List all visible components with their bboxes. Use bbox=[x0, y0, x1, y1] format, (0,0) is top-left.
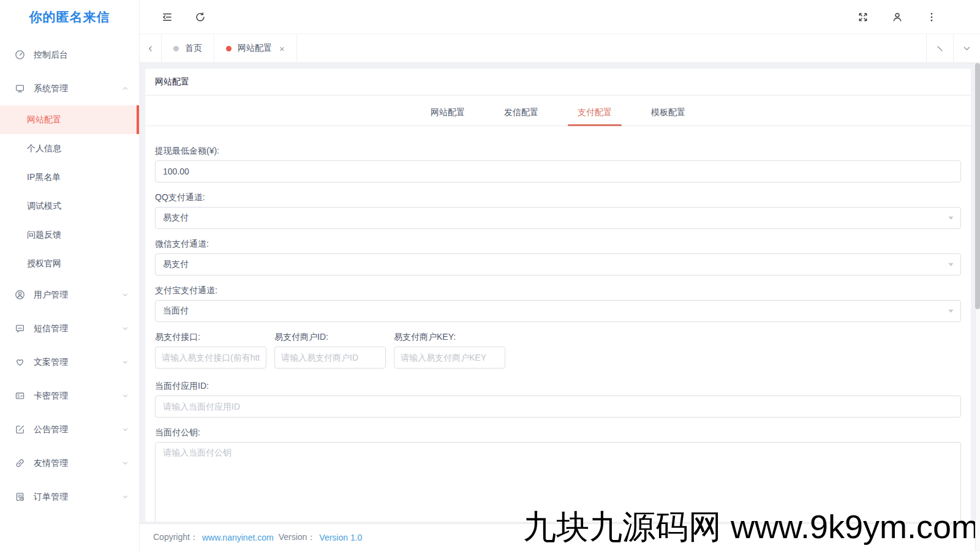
menu-fold-icon[interactable] bbox=[162, 12, 173, 23]
epay-merchant-id-input[interactable] bbox=[274, 347, 386, 369]
card-title: 网站配置 bbox=[145, 69, 971, 96]
edit-icon bbox=[15, 424, 25, 435]
sidebar-item-label: 系统管理 bbox=[34, 83, 121, 94]
tab-home[interactable]: 首页 bbox=[162, 34, 214, 62]
more-kebab-icon[interactable] bbox=[926, 12, 937, 23]
tab-label: 网站配置 bbox=[238, 43, 272, 54]
sidebar-item-users[interactable]: 用户管理 bbox=[0, 278, 139, 312]
version-label: Version： bbox=[279, 532, 316, 543]
epay-merchant-id-label: 易支付商户ID: bbox=[274, 331, 386, 343]
epay-merchant-key-input[interactable] bbox=[394, 347, 505, 369]
chevron-down-icon bbox=[121, 291, 129, 299]
sidebar-item-profile[interactable]: 个人信息 bbox=[0, 134, 139, 163]
sidebar-item-site-config[interactable]: 网站配置 bbox=[0, 105, 139, 134]
f2f-app-id-input[interactable] bbox=[155, 395, 961, 418]
tabs-scroll-right-button[interactable] bbox=[926, 34, 953, 62]
fullscreen-icon[interactable] bbox=[858, 12, 869, 23]
tab-mail-config[interactable]: 发信配置 bbox=[494, 101, 548, 126]
selected-value: 易支付 bbox=[163, 212, 189, 223]
sidebar-item-dashboard[interactable]: 控制后台 bbox=[0, 38, 139, 72]
chevron-down-icon bbox=[121, 392, 129, 400]
tab-site-config[interactable]: 网站配置 × bbox=[214, 34, 297, 62]
tabbar-right-controls bbox=[926, 34, 980, 62]
sidebar-item-announcements[interactable]: 公告管理 bbox=[0, 413, 139, 446]
sidebar-item-label: 公告管理 bbox=[34, 424, 121, 435]
submenu-item-label: 调试模式 bbox=[27, 201, 61, 212]
tab-payment-config[interactable]: 支付配置 bbox=[568, 101, 622, 126]
f2f-public-key-label: 当面付公钥: bbox=[155, 426, 961, 438]
link-icon bbox=[15, 458, 25, 468]
withdraw-min-label: 提现最低金额(¥): bbox=[155, 144, 961, 157]
tab-template-config[interactable]: 模板配置 bbox=[641, 101, 695, 126]
close-icon[interactable]: × bbox=[279, 44, 285, 53]
message-icon bbox=[15, 323, 25, 334]
dashboard-icon bbox=[15, 50, 25, 60]
sidebar-item-label: 卡密管理 bbox=[34, 391, 121, 402]
sidebar-item-official-site[interactable]: 授权官网 bbox=[0, 249, 139, 278]
chevron-down-icon bbox=[121, 459, 129, 467]
header-actions bbox=[858, 12, 937, 23]
submenu-item-label: 问题反馈 bbox=[27, 230, 61, 241]
wechat-channel-label: 微信支付通道: bbox=[155, 238, 961, 250]
epay-api-input[interactable] bbox=[155, 347, 266, 369]
sidebar-item-label: 友情管理 bbox=[34, 458, 121, 469]
epay-merchant-key-label: 易支付商户KEY: bbox=[394, 331, 505, 343]
sidebar-item-friend-links[interactable]: 友情管理 bbox=[0, 446, 139, 480]
site-config-card: 网站配置 网站配置 发信配置 支付配置 模板配置 提现最低金额(¥): QQ支付… bbox=[145, 68, 971, 522]
main-area: 首页 网站配置 × 网站配置 网站配置 发信配置 支付配置 模板配置 bbox=[140, 0, 980, 551]
order-document-icon bbox=[15, 492, 25, 502]
caret-down-icon bbox=[948, 308, 954, 315]
scrollbar-track[interactable] bbox=[975, 63, 980, 551]
sidebar-item-card-keys[interactable]: 卡密管理 bbox=[0, 379, 139, 413]
heart-icon bbox=[15, 357, 25, 367]
submenu-item-label: 网站配置 bbox=[27, 114, 61, 126]
alipay-channel-label: 支付宝支付通道: bbox=[155, 284, 961, 296]
qq-channel-select[interactable]: 易支付 bbox=[155, 207, 961, 229]
selected-value: 易支付 bbox=[163, 259, 189, 270]
user-icon[interactable] bbox=[892, 12, 903, 23]
tab-dot bbox=[226, 46, 232, 51]
qq-channel-label: QQ支付通道: bbox=[155, 191, 961, 203]
submenu-item-label: 授权官网 bbox=[27, 258, 61, 269]
top-header bbox=[140, 0, 980, 34]
sidebar-item-debug-mode[interactable]: 调试模式 bbox=[0, 192, 139, 220]
submenu-item-label: IP黑名单 bbox=[27, 172, 61, 183]
submenu-item-label: 个人信息 bbox=[27, 143, 61, 154]
refresh-icon[interactable] bbox=[195, 12, 206, 23]
scrollbar-thumb[interactable] bbox=[975, 63, 980, 309]
version-link[interactable]: Version 1.0 bbox=[319, 533, 362, 542]
site-link[interactable]: www.nanyinet.com bbox=[202, 533, 274, 542]
sidebar: 你的匿名来信 控制后台 系统管理 网站配置 个人信息 IP黑名单 bbox=[0, 0, 140, 551]
tab-website-config[interactable]: 网站配置 bbox=[421, 101, 475, 126]
alipay-channel-select[interactable]: 当面付 bbox=[155, 300, 961, 322]
card-icon bbox=[15, 391, 25, 401]
app-logo: 你的匿名来信 bbox=[0, 0, 139, 34]
chevron-up-icon bbox=[121, 84, 129, 92]
sidebar-item-sms[interactable]: 短信管理 bbox=[0, 312, 139, 345]
chevron-down-icon bbox=[121, 493, 129, 501]
caret-down-icon bbox=[948, 261, 954, 268]
sidebar-item-copywriting[interactable]: 文案管理 bbox=[0, 345, 139, 379]
sidebar-item-feedback[interactable]: 问题反馈 bbox=[0, 220, 139, 249]
payment-config-form: 提现最低金额(¥): QQ支付通道: 易支付 微信支付通道: 易支付 bbox=[145, 126, 971, 522]
sidebar-item-label: 文案管理 bbox=[34, 357, 121, 368]
tab-label: 首页 bbox=[185, 43, 202, 54]
wechat-channel-select[interactable]: 易支付 bbox=[155, 253, 961, 276]
caret-down-icon bbox=[948, 215, 954, 222]
page-tabbar: 首页 网站配置 × bbox=[140, 34, 980, 63]
sidebar-menu: 控制后台 系统管理 网站配置 个人信息 IP黑名单 调试模式 问题反馈 授权官网 bbox=[0, 34, 139, 551]
tabs-menu-button[interactable] bbox=[953, 34, 980, 62]
epay-api-label: 易支付接口: bbox=[155, 331, 266, 343]
tabs-scroll-left-button[interactable] bbox=[140, 34, 162, 62]
sidebar-item-ip-blacklist[interactable]: IP黑名单 bbox=[0, 163, 139, 192]
sidebar-item-label: 短信管理 bbox=[34, 323, 121, 334]
withdraw-min-input[interactable] bbox=[155, 160, 961, 182]
chevron-down-icon bbox=[121, 358, 129, 366]
chevron-down-icon bbox=[121, 425, 129, 433]
sidebar-item-system[interactable]: 系统管理 bbox=[0, 72, 139, 105]
config-tabs: 网站配置 发信配置 支付配置 模板配置 bbox=[145, 101, 971, 126]
sidebar-item-label: 控制后台 bbox=[34, 50, 129, 61]
f2f-public-key-textarea[interactable] bbox=[155, 442, 961, 522]
f2f-app-id-label: 当面付应用ID: bbox=[155, 380, 961, 392]
sidebar-item-orders[interactable]: 订单管理 bbox=[0, 480, 139, 514]
